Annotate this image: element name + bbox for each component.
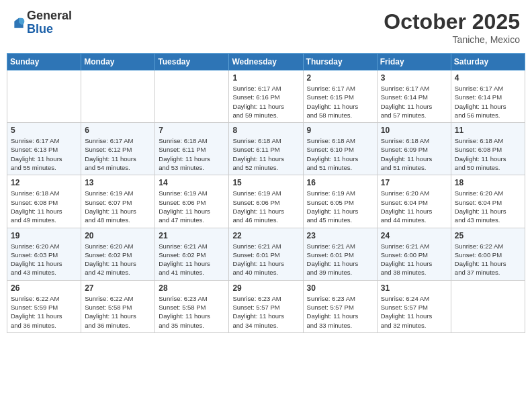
day-info: Sunrise: 6:21 AM Sunset: 6:01 PM Dayligh…	[232, 242, 299, 277]
day-number: 31	[381, 283, 447, 293]
week-row-1: 1Sunrise: 6:17 AM Sunset: 6:16 PM Daylig…	[7, 71, 525, 123]
calendar-cell: 26Sunrise: 6:22 AM Sunset: 5:59 PM Dayli…	[7, 280, 81, 332]
day-info: Sunrise: 6:23 AM Sunset: 5:57 PM Dayligh…	[307, 294, 373, 330]
calendar-cell: 10Sunrise: 6:18 AM Sunset: 6:09 PM Dayli…	[377, 123, 451, 175]
calendar-cell	[155, 71, 229, 123]
calendar-cell	[451, 280, 525, 332]
day-info: Sunrise: 6:18 AM Sunset: 6:08 PM Dayligh…	[11, 189, 77, 224]
calendar-cell: 6Sunrise: 6:17 AM Sunset: 6:12 PM Daylig…	[81, 123, 155, 175]
day-number: 11	[455, 126, 521, 135]
day-info: Sunrise: 6:22 AM Sunset: 6:00 PM Dayligh…	[455, 242, 521, 277]
calendar-cell: 8Sunrise: 6:18 AM Sunset: 6:11 PM Daylig…	[229, 123, 303, 175]
calendar-cell: 31Sunrise: 6:24 AM Sunset: 5:57 PM Dayli…	[377, 280, 451, 332]
title-area: October 2025 Taniche, Mexico	[384, 9, 520, 45]
weekday-header-wednesday: Wednesday	[229, 54, 303, 71]
day-number: 30	[307, 283, 373, 293]
weekday-header-thursday: Thursday	[303, 54, 377, 71]
calendar-cell: 14Sunrise: 6:19 AM Sunset: 6:06 PM Dayli…	[155, 175, 229, 228]
calendar-cell: 30Sunrise: 6:23 AM Sunset: 5:57 PM Dayli…	[303, 280, 377, 332]
day-info: Sunrise: 6:23 AM Sunset: 5:58 PM Dayligh…	[159, 294, 225, 330]
calendar-cell: 28Sunrise: 6:23 AM Sunset: 5:58 PM Dayli…	[155, 280, 229, 332]
day-number: 18	[455, 178, 521, 187]
day-number: 4	[455, 73, 521, 83]
logo-icon	[12, 17, 26, 30]
calendar-cell: 16Sunrise: 6:19 AM Sunset: 6:05 PM Dayli…	[303, 175, 377, 228]
logo: General Blue	[12, 9, 72, 36]
calendar-cell	[81, 71, 155, 123]
calendar-cell: 1Sunrise: 6:17 AM Sunset: 6:16 PM Daylig…	[229, 71, 303, 123]
day-info: Sunrise: 6:24 AM Sunset: 5:57 PM Dayligh…	[381, 294, 447, 330]
calendar-cell: 25Sunrise: 6:22 AM Sunset: 6:00 PM Dayli…	[451, 228, 525, 280]
day-number: 25	[455, 231, 521, 240]
calendar-cell: 7Sunrise: 6:18 AM Sunset: 6:11 PM Daylig…	[155, 123, 229, 175]
day-info: Sunrise: 6:17 AM Sunset: 6:13 PM Dayligh…	[11, 136, 77, 172]
day-number: 9	[307, 126, 373, 135]
day-info: Sunrise: 6:17 AM Sunset: 6:12 PM Dayligh…	[85, 136, 151, 172]
calendar-table: SundayMondayTuesdayWednesdayThursdayFrid…	[7, 53, 525, 333]
calendar-cell: 9Sunrise: 6:18 AM Sunset: 6:10 PM Daylig…	[303, 123, 377, 175]
calendar-cell: 11Sunrise: 6:18 AM Sunset: 6:08 PM Dayli…	[451, 123, 525, 175]
day-number: 28	[159, 283, 225, 293]
calendar-cell: 5Sunrise: 6:17 AM Sunset: 6:13 PM Daylig…	[7, 123, 81, 175]
day-info: Sunrise: 6:20 AM Sunset: 6:04 PM Dayligh…	[455, 189, 521, 224]
day-number: 16	[307, 178, 373, 187]
logo-general: General	[27, 9, 72, 23]
week-row-4: 19Sunrise: 6:20 AM Sunset: 6:03 PM Dayli…	[7, 228, 525, 280]
logo-text: General Blue	[27, 9, 72, 36]
day-info: Sunrise: 6:18 AM Sunset: 6:11 PM Dayligh…	[232, 136, 299, 172]
day-number: 10	[381, 126, 447, 135]
day-number: 13	[85, 178, 151, 187]
day-info: Sunrise: 6:23 AM Sunset: 5:57 PM Dayligh…	[232, 294, 299, 330]
day-info: Sunrise: 6:20 AM Sunset: 6:04 PM Dayligh…	[381, 189, 447, 224]
day-number: 7	[159, 126, 225, 135]
calendar-cell: 17Sunrise: 6:20 AM Sunset: 6:04 PM Dayli…	[377, 175, 451, 228]
calendar-cell: 12Sunrise: 6:18 AM Sunset: 6:08 PM Dayli…	[7, 175, 81, 228]
day-number: 1	[232, 73, 299, 83]
day-number: 6	[85, 126, 151, 135]
calendar-cell: 4Sunrise: 6:17 AM Sunset: 6:14 PM Daylig…	[451, 71, 525, 123]
day-number: 21	[159, 231, 225, 240]
weekday-header-monday: Monday	[81, 54, 155, 71]
day-number: 5	[11, 126, 77, 135]
weekday-header-sunday: Sunday	[7, 54, 81, 71]
day-number: 20	[85, 231, 151, 240]
day-number: 8	[232, 126, 299, 135]
calendar-cell: 23Sunrise: 6:21 AM Sunset: 6:01 PM Dayli…	[303, 228, 377, 280]
week-row-5: 26Sunrise: 6:22 AM Sunset: 5:59 PM Dayli…	[7, 280, 525, 332]
week-row-3: 12Sunrise: 6:18 AM Sunset: 6:08 PM Dayli…	[7, 175, 525, 228]
month-title: October 2025	[384, 9, 520, 34]
day-info: Sunrise: 6:19 AM Sunset: 6:07 PM Dayligh…	[85, 189, 151, 224]
day-info: Sunrise: 6:18 AM Sunset: 6:10 PM Dayligh…	[307, 136, 373, 172]
calendar-cell: 18Sunrise: 6:20 AM Sunset: 6:04 PM Dayli…	[451, 175, 525, 228]
day-info: Sunrise: 6:19 AM Sunset: 6:06 PM Dayligh…	[232, 189, 299, 224]
calendar-cell: 20Sunrise: 6:20 AM Sunset: 6:02 PM Dayli…	[81, 228, 155, 280]
calendar-cell: 21Sunrise: 6:21 AM Sunset: 6:02 PM Dayli…	[155, 228, 229, 280]
day-number: 27	[85, 283, 151, 293]
day-info: Sunrise: 6:17 AM Sunset: 6:15 PM Dayligh…	[307, 84, 373, 120]
day-number: 14	[159, 178, 225, 187]
calendar-cell: 19Sunrise: 6:20 AM Sunset: 6:03 PM Dayli…	[7, 228, 81, 280]
calendar-cell: 24Sunrise: 6:21 AM Sunset: 6:00 PM Dayli…	[377, 228, 451, 280]
page-header: General Blue October 2025 Taniche, Mexic…	[7, 7, 525, 48]
calendar-cell: 13Sunrise: 6:19 AM Sunset: 6:07 PM Dayli…	[81, 175, 155, 228]
day-info: Sunrise: 6:22 AM Sunset: 5:58 PM Dayligh…	[85, 294, 151, 330]
day-info: Sunrise: 6:20 AM Sunset: 6:03 PM Dayligh…	[11, 242, 77, 277]
day-number: 15	[232, 178, 299, 187]
day-info: Sunrise: 6:17 AM Sunset: 6:14 PM Dayligh…	[455, 84, 521, 120]
day-info: Sunrise: 6:19 AM Sunset: 6:06 PM Dayligh…	[159, 189, 225, 224]
calendar-cell: 15Sunrise: 6:19 AM Sunset: 6:06 PM Dayli…	[229, 175, 303, 228]
day-info: Sunrise: 6:20 AM Sunset: 6:02 PM Dayligh…	[85, 242, 151, 277]
day-number: 3	[381, 73, 447, 83]
day-number: 17	[381, 178, 447, 187]
calendar-cell: 27Sunrise: 6:22 AM Sunset: 5:58 PM Dayli…	[81, 280, 155, 332]
day-info: Sunrise: 6:17 AM Sunset: 6:14 PM Dayligh…	[381, 84, 447, 120]
calendar-cell: 29Sunrise: 6:23 AM Sunset: 5:57 PM Dayli…	[229, 280, 303, 332]
week-row-2: 5Sunrise: 6:17 AM Sunset: 6:13 PM Daylig…	[7, 123, 525, 175]
location: Taniche, Mexico	[384, 34, 520, 45]
day-info: Sunrise: 6:21 AM Sunset: 6:02 PM Dayligh…	[159, 242, 225, 277]
day-number: 12	[11, 178, 77, 187]
weekday-header-friday: Friday	[377, 54, 451, 71]
day-number: 2	[307, 73, 373, 83]
calendar-cell: 3Sunrise: 6:17 AM Sunset: 6:14 PM Daylig…	[377, 71, 451, 123]
calendar-cell: 22Sunrise: 6:21 AM Sunset: 6:01 PM Dayli…	[229, 228, 303, 280]
